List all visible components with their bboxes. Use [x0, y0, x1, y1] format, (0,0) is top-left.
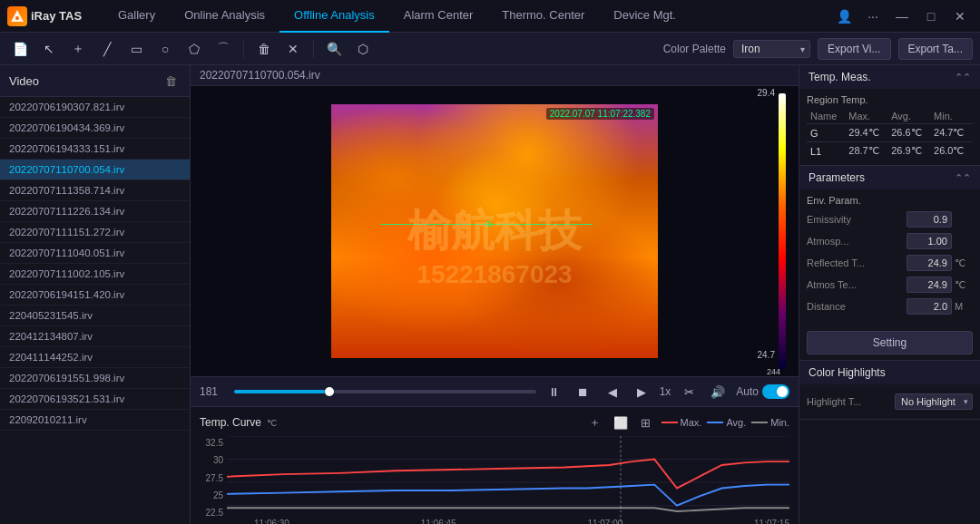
param-atmos-te-input[interactable]	[906, 277, 952, 293]
color-palette-label: Color Palette	[663, 43, 726, 55]
highlight-select[interactable]: No Highlight Above Below Range	[895, 393, 973, 410]
x-label-1: 11:06:45	[421, 519, 456, 524]
delete2-tool[interactable]: ✕	[280, 36, 306, 62]
color-palette-area: Color Palette Iron Rainbow Grayscale Exp…	[663, 38, 973, 60]
user-icon[interactable]: 👤	[831, 4, 857, 29]
file-item-14[interactable]: 20220706193521.531.irv	[0, 389, 190, 410]
export-ta-btn[interactable]: Export Ta...	[898, 38, 973, 60]
temp-meas-collapse: ⌃⌃	[955, 72, 971, 83]
nav-device-mgt[interactable]: Device Mgt.	[599, 0, 691, 33]
next-btn[interactable]: ▶	[631, 381, 652, 403]
env-param-title: Env. Param.	[807, 195, 973, 206]
param-emissivity-label: Emissivity	[807, 214, 906, 225]
file-item-15[interactable]: 22092010211.irv	[0, 410, 190, 431]
param-distance: Distance M	[807, 298, 973, 315]
pause-btn[interactable]: ⏸	[544, 381, 565, 403]
legend-min: Min.	[751, 417, 789, 428]
sidebar: Video 🗑 20220706190307.821.irv 202207061…	[0, 65, 191, 524]
curve-header: Temp. Curve ℃ ＋ ⬜ ⊞ Max. Avg.	[200, 412, 789, 432]
highlight-t-label: Highlight T...	[807, 396, 861, 407]
circle-tool[interactable]: ○	[152, 36, 178, 62]
sidebar-title: Video	[9, 74, 39, 88]
parameters-header[interactable]: Parameters ⌃⌃	[799, 166, 980, 189]
polygon-tool[interactable]: ⬠	[181, 36, 207, 62]
stop-btn[interactable]: ⏹	[573, 381, 594, 403]
file-item-0[interactable]: 20220706190307.821.irv	[0, 97, 190, 118]
file-item-11[interactable]: 220412134807.irv	[0, 326, 190, 347]
prev-btn[interactable]: ◀	[602, 381, 623, 403]
param-reflected-input[interactable]	[906, 255, 952, 271]
file-item-2[interactable]: 20220706194333.151.irv	[0, 139, 190, 160]
video-filename: 20220707110700.054.irv	[191, 65, 799, 86]
playback-slider[interactable]	[234, 390, 536, 393]
zoom-tool[interactable]: 🔍	[321, 36, 347, 62]
curve-view-btn[interactable]: ⬜	[611, 412, 631, 432]
x-label-0: 11:06:30	[254, 519, 289, 524]
new-file-btn[interactable]: 📄	[7, 36, 33, 62]
titlebar-controls: 👤 ··· — □ ✕	[831, 4, 973, 29]
line-tool[interactable]: ╱	[94, 36, 120, 62]
delete-tool[interactable]: 🗑	[251, 36, 277, 62]
cut-btn[interactable]: ✂	[678, 381, 700, 403]
color-palette-select[interactable]: Iron Rainbow Grayscale	[733, 40, 810, 58]
file-item-10[interactable]: 220405231545.irv	[0, 306, 190, 326]
col-min: Min.	[930, 109, 973, 124]
playback-thumb	[325, 387, 334, 396]
cursor-tool[interactable]: ↖	[36, 36, 62, 62]
nav-alarm-center[interactable]: Alarm Center	[389, 0, 488, 33]
row-l1-avg: 26.9℃	[887, 142, 930, 160]
curve-table-btn[interactable]: ⊞	[636, 412, 656, 432]
auto-toggle-switch[interactable]	[762, 384, 789, 399]
center-panel: 20220707110700.054.irv 2022.07.07 11:07:…	[191, 65, 799, 524]
file-item-4[interactable]: 20220707111358.714.irv	[0, 180, 190, 201]
y-label-1: 30	[200, 455, 223, 465]
3d-tool[interactable]: ⬡	[350, 36, 376, 62]
parameters-content: Env. Param. Emissivity Atmosp... Reflect…	[799, 189, 980, 325]
file-item-12[interactable]: 220411144252.irv	[0, 347, 190, 368]
nav-thermo-center[interactable]: Thermo. Center	[487, 0, 599, 33]
logo-text: iRay TAS	[31, 9, 82, 23]
file-item-3[interactable]: 20220707110700.054.irv	[0, 160, 190, 180]
file-item-5[interactable]: 20220707111226.134.irv	[0, 201, 190, 222]
temp-meas-title: Temp. Meas.	[808, 71, 871, 83]
file-item-6[interactable]: 20220707111151.272.irv	[0, 222, 190, 243]
param-distance-input[interactable]	[906, 298, 952, 315]
file-item-9[interactable]: 20220706194151.420.irv	[0, 285, 190, 306]
logo-area: iRay TAS	[7, 6, 89, 26]
setting-btn[interactable]: Setting	[807, 331, 973, 354]
file-item-13[interactable]: 20220706191551.998.irv	[0, 368, 190, 389]
color-highlights-content: Highlight T... No Highlight Above Below …	[799, 384, 980, 419]
nav-online-analysis[interactable]: Online Analysis	[170, 0, 279, 33]
close-btn[interactable]: ✕	[947, 4, 973, 29]
curve-controls: ＋ ⬜ ⊞ Max. Avg. Min.	[585, 412, 789, 432]
param-emissivity-input[interactable]	[906, 211, 952, 228]
nav-gallery[interactable]: Gallery	[103, 0, 170, 33]
more-btn[interactable]: ···	[860, 4, 886, 29]
file-item-8[interactable]: 20220707111002.105.irv	[0, 264, 190, 285]
toolbar-sep-2	[313, 40, 314, 58]
sidebar-add-btn[interactable]: 🗑	[161, 71, 181, 91]
file-item-7[interactable]: 20220707111040.051.irv	[0, 243, 190, 264]
auto-toggle-group: Auto	[736, 384, 789, 399]
frame-counter: 181	[200, 385, 227, 398]
volume-btn[interactable]: 🔊	[707, 381, 729, 403]
minimize-btn[interactable]: —	[889, 4, 915, 29]
export-vi-btn[interactable]: Export Vi...	[818, 38, 890, 60]
curve-add-btn[interactable]: ＋	[585, 412, 605, 432]
rect-tool[interactable]: ▭	[123, 36, 149, 62]
nav-offline-analysis[interactable]: Offline Analysis	[279, 0, 389, 33]
scale-min2-label: 244	[767, 367, 780, 376]
color-highlights-header[interactable]: Color Highlights	[799, 361, 980, 384]
temp-curve-panel: Temp. Curve ℃ ＋ ⬜ ⊞ Max. Avg.	[191, 406, 799, 524]
maximize-btn[interactable]: □	[918, 4, 944, 29]
legend-avg: Avg.	[707, 417, 746, 428]
file-item-1[interactable]: 20220706190434.369.irv	[0, 118, 190, 139]
lasso-tool[interactable]: ⌒	[211, 36, 236, 62]
temp-meas-header[interactable]: Temp. Meas. ⌃⌃	[799, 65, 980, 89]
param-reflected-unit: ℃	[955, 257, 973, 269]
legend-min-label: Min.	[770, 417, 789, 428]
curve-area: 32.5 30 27.5 25 22.5	[200, 436, 789, 524]
legend-avg-label: Avg.	[726, 417, 746, 428]
add-btn[interactable]: ＋	[65, 36, 91, 62]
param-atmosp-input[interactable]	[906, 233, 952, 249]
